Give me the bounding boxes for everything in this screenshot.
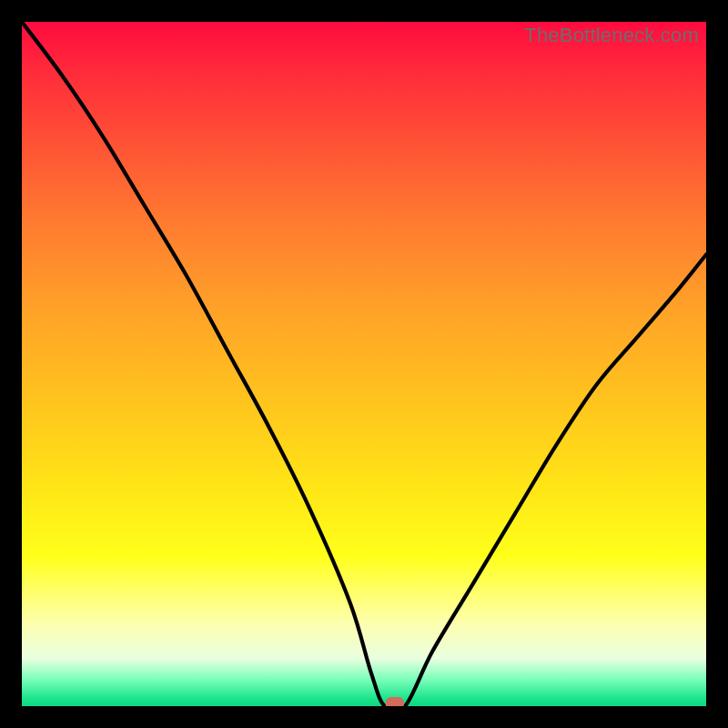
bottleneck-marker — [386, 697, 404, 706]
chart-plot-area: TheBottleneck.com — [22, 22, 706, 706]
chart-svg — [22, 22, 706, 706]
chart-frame: TheBottleneck.com — [0, 0, 728, 728]
bottleneck-curve — [22, 22, 706, 706]
